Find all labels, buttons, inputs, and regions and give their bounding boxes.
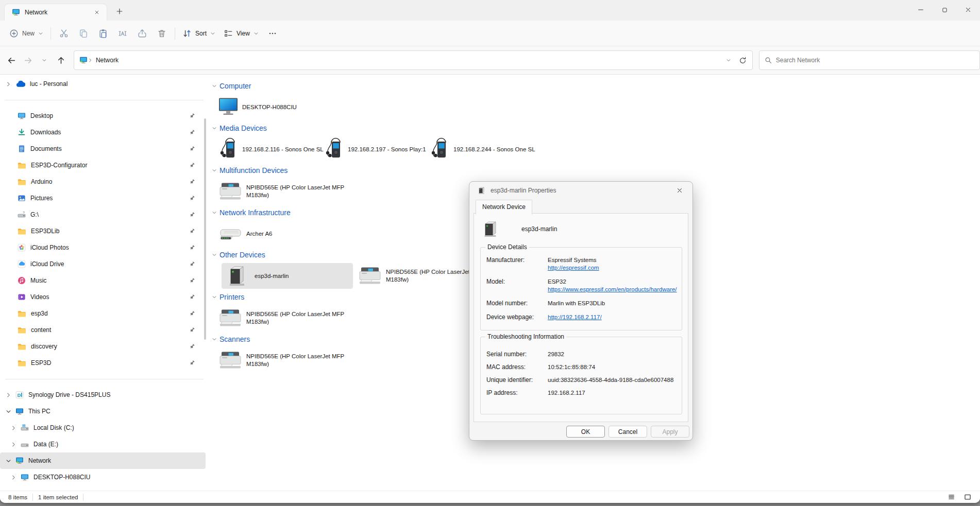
- share-button[interactable]: [132, 25, 152, 42]
- sidebar-item-luc-personal[interactable]: luc - Personal: [0, 76, 206, 92]
- property-link[interactable]: http://192.168.2.117/: [548, 313, 602, 321]
- pin-icon: [189, 343, 195, 350]
- close-button[interactable]: [956, 0, 980, 20]
- sidebar-item-pictures[interactable]: Pictures: [0, 190, 206, 206]
- dialog-title-bar[interactable]: esp3d-marlin Properties: [469, 182, 692, 199]
- tab-network[interactable]: Network: [4, 4, 107, 21]
- item-npibd565e-hp-color-laserjet-mfp-m183fw[interactable]: NPIBD565E (HP Color LaserJet MFP M183fw): [218, 346, 349, 374]
- chevron-right-icon[interactable]: [9, 440, 18, 448]
- more-options-button[interactable]: [263, 25, 282, 42]
- new-button[interactable]: New: [5, 26, 47, 41]
- sidebar-item-g[interactable]: ?G:\: [0, 206, 206, 223]
- dialog-close-icon[interactable]: [672, 183, 687, 198]
- sidebar-item-esp3dlib[interactable]: ESP3DLib: [0, 223, 206, 239]
- chevron-right-icon[interactable]: [4, 391, 12, 399]
- chevron-spacer: [6, 211, 14, 219]
- property-value: ESP32: [548, 278, 677, 286]
- tab-bar: Network: [0, 0, 980, 21]
- status-bar: 8 items 1 item selected: [0, 491, 980, 503]
- sidebar-item-icloud-photos[interactable]: iCloud Photos: [0, 239, 206, 256]
- forward-button[interactable]: [21, 53, 36, 68]
- maximize-button[interactable]: [933, 0, 956, 20]
- sidebar-item-data-e[interactable]: Data (E:): [0, 436, 206, 452]
- up-button[interactable]: [53, 53, 69, 68]
- sidebar-item-videos[interactable]: Videos: [0, 289, 206, 305]
- chevron-right-icon[interactable]: [9, 424, 18, 432]
- item-desktop-h088ciu[interactable]: DESKTOP-H088CIU: [218, 93, 297, 121]
- tab-close-icon[interactable]: [91, 7, 103, 18]
- cancel-button[interactable]: Cancel: [609, 426, 647, 438]
- items-count: 8 items: [8, 494, 27, 500]
- delete-button[interactable]: [152, 25, 172, 42]
- chevron-spacer: [6, 178, 14, 186]
- sidebar-item-label: Network: [28, 457, 51, 464]
- search-box[interactable]: [759, 50, 980, 70]
- refresh-button[interactable]: [736, 53, 750, 67]
- pin-icon: [189, 129, 195, 135]
- sidebar-item-desktop-h088ciu[interactable]: DESKTOP-H088CIU: [0, 469, 206, 485]
- media-device-icon: [218, 137, 238, 161]
- tab-network-device[interactable]: Network Device: [476, 200, 532, 215]
- rename-button[interactable]: [113, 25, 132, 42]
- property-row-model: Model:ESP32https://www.espressif.com/en/…: [486, 278, 678, 293]
- search-input[interactable]: [776, 57, 967, 64]
- sidebar-item-discovery[interactable]: discovery: [0, 338, 206, 355]
- item-npibd565e-hp-color-laserjet-mfp-m183fw[interactable]: NPIBD565E (HP Color LaserJet MFP M183fw): [218, 178, 349, 205]
- item-192-168-2-244-sonos-one-sl[interactable]: 192.168.2.244 - Sonos One SL: [430, 135, 535, 163]
- item-label: 192.168.2.197 - Sonos Play:1: [348, 146, 426, 153]
- recent-locations-button[interactable]: [37, 53, 52, 68]
- property-label: Model number:: [486, 300, 548, 307]
- back-button[interactable]: [4, 53, 20, 68]
- sort-button[interactable]: Sort: [178, 26, 219, 41]
- view-button[interactable]: View: [219, 26, 263, 41]
- item-192-168-2-116-sonos-one-sl[interactable]: 192.168.2.116 - Sonos One SL: [218, 135, 324, 163]
- sidebar-item-documents[interactable]: Documents: [0, 141, 206, 157]
- copy-button[interactable]: [74, 25, 93, 42]
- item-label: Archer A6: [246, 230, 273, 238]
- window-controls: [909, 0, 980, 21]
- address-bar: Network: [0, 46, 980, 75]
- sidebar-item-esp3d-configurator[interactable]: ESP3D-Configurator: [0, 157, 206, 173]
- paste-button[interactable]: [93, 25, 113, 42]
- chevron-down-icon[interactable]: [4, 457, 12, 465]
- breadcrumb[interactable]: Network: [74, 50, 753, 70]
- minimize-button[interactable]: [909, 0, 933, 20]
- new-tab-button[interactable]: [112, 4, 127, 19]
- details-view-button[interactable]: [945, 492, 957, 502]
- group-header-media-devices[interactable]: Media Devices: [210, 121, 980, 135]
- sidebar-item-arduino[interactable]: Arduino: [0, 173, 206, 190]
- property-link[interactable]: http://espressif.com: [548, 264, 599, 272]
- sidebar-item-local-disk-c[interactable]: Local Disk (C:): [0, 420, 206, 436]
- chevron-down-icon[interactable]: [4, 407, 12, 415]
- chevron-right-icon[interactable]: [9, 473, 18, 481]
- ok-button[interactable]: OK: [566, 426, 605, 438]
- thumbnails-view-button[interactable]: [961, 492, 974, 502]
- sidebar-item-downloads[interactable]: Downloads: [0, 124, 206, 141]
- breadcrumb-location[interactable]: Network: [96, 57, 119, 64]
- item-esp3d-marlin[interactable]: esp3d-marlin: [222, 263, 353, 289]
- sidebar-item-desktop[interactable]: Desktop: [0, 108, 206, 124]
- item-192-168-2-197-sonos-play-1[interactable]: 192.168.2.197 - Sonos Play:1: [324, 135, 430, 163]
- pin-icon: [189, 310, 195, 317]
- item-npibd565e-hp-color-laserjet-mfp-m183fw[interactable]: NPIBD565E (HP Color LaserJet MFP M183fw): [218, 304, 349, 332]
- apply-button[interactable]: Apply: [651, 426, 689, 438]
- sidebar-item-label: iCloud Photos: [30, 244, 69, 251]
- sidebar-item-music[interactable]: Music: [0, 272, 206, 289]
- cut-button[interactable]: [54, 25, 74, 42]
- toolbar-separator: [175, 27, 175, 40]
- address-dropdown-button[interactable]: [721, 53, 736, 67]
- sidebar-item-esp3d[interactable]: esp3d: [0, 305, 206, 322]
- sidebar-item-icloud-drive[interactable]: iCloud Drive: [0, 256, 206, 272]
- sidebar-item-content[interactable]: content: [0, 322, 206, 338]
- sidebar-scrollbar[interactable]: [204, 118, 206, 340]
- sidebar-item-network[interactable]: Network: [0, 452, 206, 469]
- sidebar-item-this-pc[interactable]: This PC: [0, 403, 206, 420]
- group-header-computer[interactable]: Computer: [210, 79, 980, 93]
- chevron-right-icon[interactable]: [4, 80, 12, 88]
- sidebar-item-esp3d[interactable]: ESP3D: [0, 355, 206, 371]
- navigation-pane: luc - PersonalDesktopDownloadsDocumentsE…: [0, 75, 209, 491]
- sidebar-item-synology-drive-ds415plus[interactable]: DSynology Drive - DS415PLUS: [0, 387, 206, 403]
- item-archer-a6[interactable]: Archer A6: [218, 220, 273, 248]
- property-link[interactable]: https://www.espressif.com/en/products/ha…: [548, 286, 677, 293]
- group-header-multifunction-devices[interactable]: Multifunction Devices: [210, 163, 980, 178]
